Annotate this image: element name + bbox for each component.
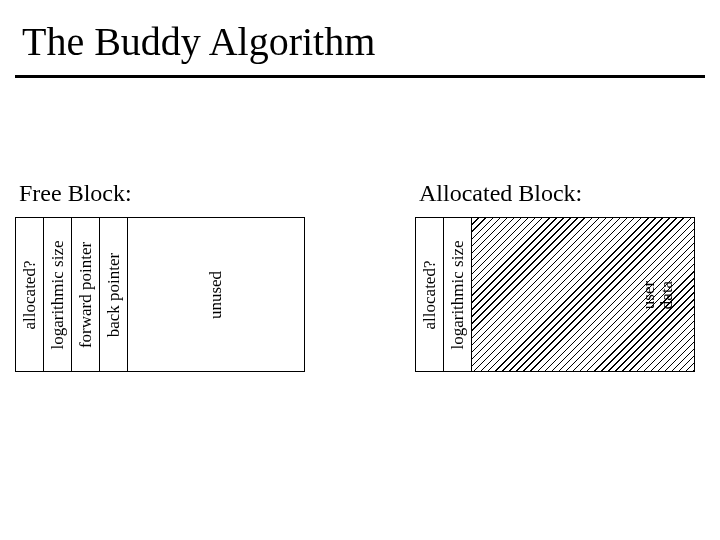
cell-label: logarithmic size: [448, 240, 468, 349]
slide: The Buddy Algorithm Free Block: allocate…: [0, 0, 720, 540]
alloc-cell-logsize: logarithmic size: [444, 218, 472, 371]
alloc-cell-allocated: allocated?: [416, 218, 444, 371]
allocated-block: allocated? logarithmic size user data: [415, 217, 695, 372]
allocated-block-label: Allocated Block:: [415, 180, 695, 207]
free-block: allocated? logarithmic size forward poin…: [15, 217, 305, 372]
userdata-label-line2: data: [658, 280, 676, 308]
cell-label: unused: [206, 270, 226, 318]
cell-label: forward pointer: [76, 241, 96, 347]
userdata-label-line1: user: [640, 280, 658, 308]
cell-label: back pointer: [104, 252, 124, 337]
cell-label: allocated?: [420, 260, 440, 329]
cell-label: logarithmic size: [48, 240, 68, 349]
free-cell-unused: unused: [128, 218, 304, 371]
free-block-group: Free Block: allocated? logarithmic size …: [15, 180, 305, 372]
userdata-label: user data: [640, 280, 676, 308]
page-title: The Buddy Algorithm: [0, 0, 720, 75]
free-block-label: Free Block:: [15, 180, 305, 207]
free-cell-backptr: back pointer: [100, 218, 128, 371]
free-cell-allocated: allocated?: [16, 218, 44, 371]
title-rule: [15, 75, 705, 78]
alloc-cell-userdata: user data: [472, 218, 694, 371]
free-cell-logsize: logarithmic size: [44, 218, 72, 371]
free-cell-fwdptr: forward pointer: [72, 218, 100, 371]
allocated-block-group: Allocated Block: allocated? logarithmic …: [415, 180, 695, 372]
cell-label: allocated?: [20, 260, 40, 329]
